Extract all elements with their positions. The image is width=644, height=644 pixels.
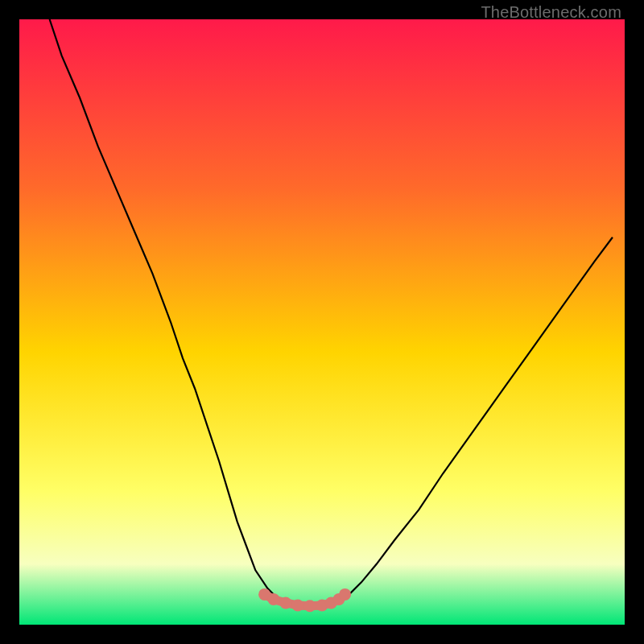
bottleneck-chart	[19, 19, 625, 625]
plot-area	[19, 19, 625, 625]
marker-dot	[303, 600, 316, 612]
gradient-background	[19, 19, 625, 625]
marker-dot	[291, 599, 303, 611]
chart-frame	[19, 19, 625, 625]
marker-dot	[339, 588, 351, 601]
watermark-text: TheBottleneck.com	[481, 3, 621, 22]
marker-dot	[279, 597, 291, 609]
marker-dot	[267, 593, 279, 605]
